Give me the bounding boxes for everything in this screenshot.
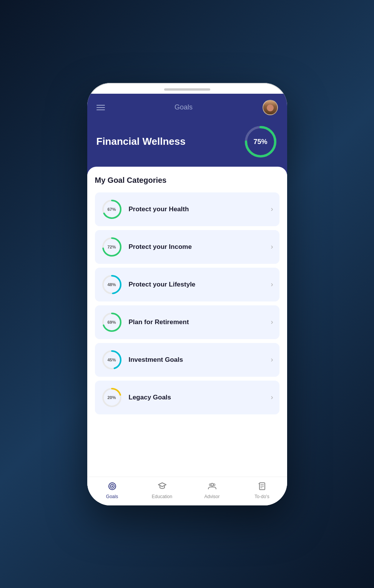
goal-pct-legacy: 20% [107, 395, 116, 400]
avatar[interactable] [263, 100, 278, 115]
goal-circle-income: 72% [101, 236, 123, 258]
chevron-icon-lifestyle: › [271, 280, 273, 288]
nav-label-goals: Goals [106, 494, 118, 499]
goal-pct-health: 67% [107, 207, 116, 212]
todos-icon [258, 482, 267, 492]
header-body: Financial Wellness 75% [96, 124, 278, 159]
nav-label-education: Education [152, 494, 172, 499]
chevron-icon-investment: › [271, 356, 273, 364]
phone-frame: Goals Financial Wellness 75% My Goal Cat… [87, 83, 287, 505]
svg-point-18 [209, 484, 211, 485]
goals-icon [108, 482, 117, 492]
goal-item-legacy[interactable]: 20% Legacy Goals › [95, 381, 279, 414]
goal-pct-income: 72% [107, 245, 116, 249]
goal-list: 67% Protect your Health › 72% Protect yo… [95, 192, 279, 417]
nav-item-todos[interactable]: To-do's [237, 482, 287, 499]
goal-circle-retirement: 69% [101, 311, 123, 333]
goal-item-retirement[interactable]: 69% Plan for Retirement › [95, 305, 279, 339]
goal-circle-lifestyle: 48% [101, 274, 123, 295]
goal-item-lifestyle[interactable]: 48% Protect your Lifestyle › [95, 268, 279, 301]
section-title: My Goal Categories [95, 176, 279, 185]
advisor-icon [208, 482, 217, 492]
education-icon [158, 482, 167, 492]
bottom-nav: Goals Education [87, 477, 287, 505]
goal-name-lifestyle: Protect your Lifestyle [129, 281, 271, 288]
goal-pct-lifestyle: 48% [107, 282, 116, 287]
goal-name-investment: Investment Goals [129, 356, 271, 364]
page-title: Goals [175, 103, 193, 111]
goal-pct-investment: 45% [107, 358, 116, 362]
nav-label-advisor: Advisor [204, 494, 219, 499]
nav-item-goals[interactable]: Goals [87, 482, 137, 499]
header-top: Goals [96, 100, 278, 115]
phone-notch [164, 88, 210, 91]
goal-item-investment[interactable]: 45% Investment Goals › [95, 343, 279, 377]
goal-item-health[interactable]: 67% Protect your Health › [95, 192, 279, 226]
goal-name-retirement: Plan for Retirement [129, 318, 271, 326]
goal-circle-legacy: 20% [101, 387, 123, 408]
goal-item-income[interactable]: 72% Protect your Income › [95, 230, 279, 264]
goal-name-legacy: Legacy Goals [129, 394, 271, 401]
svg-point-19 [213, 484, 215, 485]
nav-item-education[interactable]: Education [137, 482, 187, 499]
nav-label-todos: To-do's [254, 494, 269, 499]
chevron-icon-health: › [271, 205, 273, 213]
overall-progress-circle: 75% [243, 124, 278, 159]
chevron-icon-retirement: › [271, 318, 273, 326]
goal-pct-retirement: 69% [107, 320, 116, 325]
wellness-title: Financial Wellness [96, 136, 186, 147]
menu-button[interactable] [96, 105, 105, 110]
overall-progress-label: 75% [253, 137, 267, 146]
goal-name-health: Protect your Health [129, 205, 271, 213]
nav-item-advisor[interactable]: Advisor [187, 482, 237, 499]
main-content: My Goal Categories 67% Protect your Heal… [87, 167, 287, 477]
app-header: Goals Financial Wellness 75% [87, 94, 287, 174]
app-content: Goals Financial Wellness 75% My Goal Cat… [87, 94, 287, 505]
goal-name-income: Protect your Income [129, 243, 271, 251]
goal-circle-health: 67% [101, 199, 123, 220]
chevron-icon-legacy: › [271, 393, 273, 401]
chevron-icon-income: › [271, 243, 273, 251]
goal-circle-investment: 45% [101, 349, 123, 371]
svg-point-16 [111, 485, 113, 487]
